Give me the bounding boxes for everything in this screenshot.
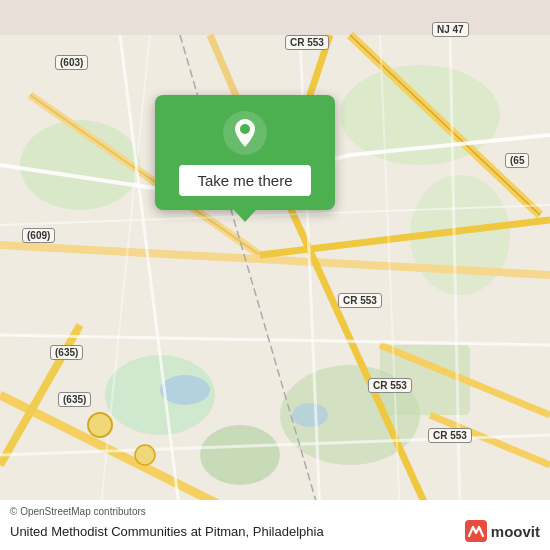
svg-point-8 (160, 375, 210, 405)
cr553-badge-bottom: CR 553 (428, 428, 472, 443)
svg-point-6 (200, 425, 280, 485)
cr553-badge-top: CR 553 (285, 35, 329, 50)
bottom-bar: © OpenStreetMap contributors United Meth… (0, 500, 550, 550)
attribution-text: © OpenStreetMap contributors (10, 506, 540, 517)
map-svg (0, 0, 550, 550)
svg-point-9 (292, 403, 328, 427)
65-badge: (65 (505, 153, 529, 168)
svg-point-36 (135, 445, 155, 465)
svg-point-35 (88, 413, 112, 437)
635-badge-2: (635) (58, 392, 91, 407)
635-badge-1: (635) (50, 345, 83, 360)
take-me-there-button[interactable]: Take me there (179, 165, 310, 196)
nj47-badge: NJ 47 (432, 22, 469, 37)
place-name: United Methodist Communities at Pitman, … (10, 524, 324, 539)
cr553-badge-lower: CR 553 (368, 378, 412, 393)
map-container: CR 553 NJ 47 (603) (609) (635) (635) CR … (0, 0, 550, 550)
cr553-badge-mid: CR 553 (338, 293, 382, 308)
svg-point-39 (240, 124, 250, 134)
location-pin-icon (223, 111, 267, 155)
popup-card: Take me there (155, 95, 335, 210)
603-badge: (603) (55, 55, 88, 70)
609-badge: (609) (22, 228, 55, 243)
moovit-icon (465, 520, 487, 542)
moovit-logo: moovit (465, 520, 540, 542)
